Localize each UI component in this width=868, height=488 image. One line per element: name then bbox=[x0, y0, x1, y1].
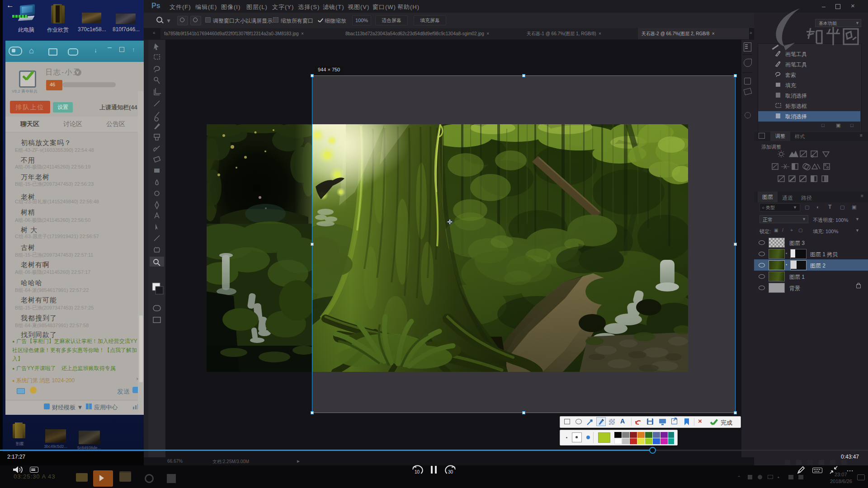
svg-text:10: 10 bbox=[415, 469, 420, 474]
svg-text:30: 30 bbox=[448, 469, 453, 474]
